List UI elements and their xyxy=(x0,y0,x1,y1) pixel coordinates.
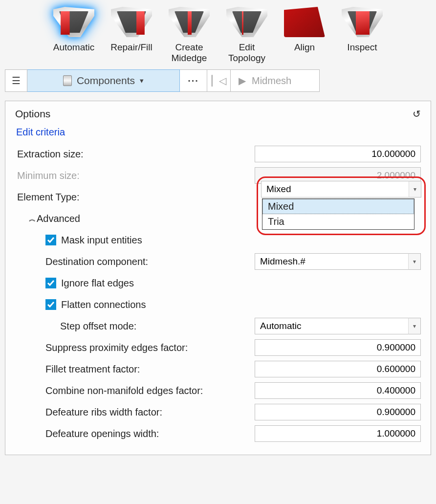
mask-input-label: Mask input entities xyxy=(61,235,142,246)
element-type-dropdown: Mixed Tria xyxy=(262,198,414,230)
ribbon-item-inspect[interactable]: Inspect xyxy=(333,3,391,66)
skip-back-icon: ▏◁ xyxy=(212,75,226,87)
destination-input[interactable] xyxy=(255,253,421,270)
element-type-option-mixed[interactable]: Mixed xyxy=(262,199,414,214)
create-midedge-icon xyxy=(166,3,213,41)
element-type-highlight: ▾ Mixed Tria xyxy=(257,176,426,235)
play-label: Midmesh xyxy=(252,75,291,87)
reset-button[interactable]: ↺ xyxy=(413,108,421,120)
ribbon-item-automatic[interactable]: Automatic xyxy=(45,3,103,66)
panel-title: Options xyxy=(15,108,50,120)
repair-fill-icon xyxy=(108,3,155,41)
mask-input-checkbox[interactable] xyxy=(45,235,56,245)
ribbon-item-create-midedge[interactable]: Create Midedge xyxy=(160,3,218,66)
align-icon xyxy=(281,3,328,41)
hamburger-button[interactable]: ☰ xyxy=(5,69,27,92)
components-selector[interactable]: Components ▾ xyxy=(27,69,180,92)
flatten-label: Flatten connections xyxy=(61,299,146,310)
defeature-ribs-label: Defeature ribs width factor: xyxy=(15,407,230,418)
more-options-button[interactable]: ··· xyxy=(180,69,207,92)
edit-topology-icon xyxy=(223,3,270,41)
chevron-down-icon[interactable]: ▾ xyxy=(408,318,421,334)
defeature-ribs-input[interactable] xyxy=(255,404,421,420)
destination-label: Destination component: xyxy=(15,256,230,267)
secondary-toolbar: ☰ Components ▾ ··· ▏◁ ▶ Midmesh xyxy=(5,69,431,92)
fillet-input[interactable] xyxy=(255,361,421,377)
element-type-option-tria[interactable]: Tria xyxy=(262,214,414,229)
ribbon-item-align[interactable]: Align xyxy=(276,3,333,66)
chevron-down-icon: ▾ xyxy=(140,76,144,85)
ribbon-label: Inspect xyxy=(347,42,377,66)
defeature-open-input[interactable] xyxy=(255,425,421,442)
extraction-size-input[interactable] xyxy=(255,146,421,162)
ribbon-label: Repair/Fill xyxy=(110,42,153,66)
combine-label: Combine non-manifold edges factor: xyxy=(15,385,230,396)
fillet-label: Fillet treatment factor: xyxy=(15,364,230,375)
combine-input[interactable] xyxy=(255,382,421,399)
extraction-size-label: Extraction size: xyxy=(15,149,230,160)
play-icon: ▶ xyxy=(239,75,246,87)
advanced-expander[interactable]: ︽ Advanced xyxy=(15,213,230,224)
step-offset-input[interactable] xyxy=(255,318,421,334)
ribbon-item-repair-fill[interactable]: Repair/Fill xyxy=(103,3,160,66)
ribbon-label: Create Midedge xyxy=(172,42,207,66)
ribbon-label: Edit Topology xyxy=(228,42,265,66)
ellipsis-icon: ··· xyxy=(188,75,199,87)
options-panel: Options ↺ Edit criteria Extraction size:… xyxy=(5,101,431,455)
chevron-up-double-icon: ︽ xyxy=(29,217,33,220)
chevron-down-icon[interactable]: ▾ xyxy=(408,253,421,270)
automatic-icon xyxy=(50,3,97,41)
run-midmesh-button[interactable]: ▶ Midmesh xyxy=(231,69,320,92)
components-label: Components xyxy=(77,75,135,87)
element-type-input[interactable] xyxy=(261,181,421,197)
suppress-input[interactable] xyxy=(255,339,421,356)
ribbon-toolbar: Automatic Repair/Fill Create Midedge Edi… xyxy=(0,0,436,66)
element-type-label: Element Type: xyxy=(15,192,230,203)
ribbon-item-edit-topology[interactable]: Edit Topology xyxy=(218,3,276,66)
chevron-down-icon[interactable]: ▾ xyxy=(409,181,421,197)
suppress-label: Suppress proximity edges factor: xyxy=(15,342,230,353)
ribbon-label: Align xyxy=(294,42,315,66)
previous-button[interactable]: ▏◁ xyxy=(207,69,231,92)
inspect-icon xyxy=(339,3,386,41)
ignore-flat-checkbox[interactable] xyxy=(45,278,56,288)
edit-criteria-link[interactable]: Edit criteria xyxy=(16,127,65,138)
advanced-label: Advanced xyxy=(37,213,80,224)
ignore-flat-label: Ignore flat edges xyxy=(61,278,134,289)
step-offset-combo[interactable]: ▾ xyxy=(255,318,421,334)
flatten-checkbox[interactable] xyxy=(45,299,56,310)
ribbon-label: Automatic xyxy=(53,42,94,66)
minimum-size-label: Minimum size: xyxy=(15,170,230,181)
hamburger-icon: ☰ xyxy=(12,75,21,87)
element-type-combo[interactable]: ▾ xyxy=(261,181,421,197)
component-icon xyxy=(63,75,72,86)
defeature-open-label: Defeature openings width: xyxy=(15,428,230,439)
destination-combo[interactable]: ▾ xyxy=(255,253,421,270)
step-offset-label: Step offset mode: xyxy=(15,321,230,332)
